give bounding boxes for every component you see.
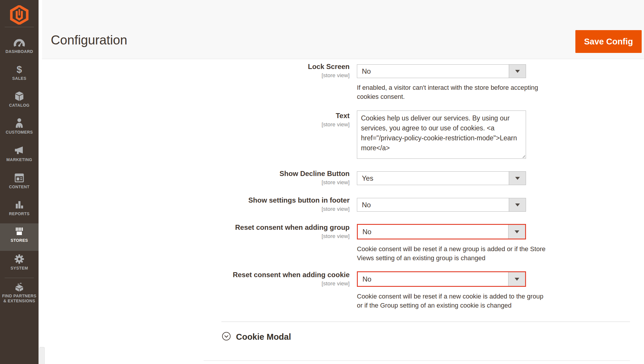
- field-lock-screen: No: [357, 64, 526, 78]
- lock-screen-select[interactable]: No: [357, 64, 526, 78]
- marketing-megaphone-icon: [0, 145, 39, 156]
- sales-dollar-icon: $: [0, 64, 39, 75]
- sidebar-item-reports[interactable]: REPORTS: [0, 199, 39, 216]
- field-text: Cookies help us deliver our services. By…: [357, 111, 526, 159]
- field-scope-label: [store view]: [175, 121, 350, 128]
- show-decline-select[interactable]: Yes: [357, 171, 526, 185]
- field-scope-label: [store view]: [175, 206, 350, 212]
- magento-logo-icon: [10, 20, 29, 25]
- field-scope-label: [store view]: [175, 233, 350, 239]
- field-label-text: Reset consent when adding group: [175, 223, 350, 232]
- select-arrow: [508, 225, 525, 239]
- field-label-text: Text: [175, 112, 350, 120]
- sidebar-item-label: FIND PARTNERS & EXTENSIONS: [0, 294, 39, 303]
- sidebar-item-customers[interactable]: CUSTOMERS: [0, 118, 39, 135]
- reset-cookie-select[interactable]: No: [357, 271, 526, 287]
- content-window-icon: [0, 172, 39, 183]
- field-label-settings-footer: Show settings button in footer [store vi…: [175, 196, 350, 212]
- sidebar-item-find-partners[interactable]: FIND PARTNERS & EXTENSIONS: [0, 281, 39, 303]
- sidebar-item-label: SYSTEM: [0, 266, 39, 271]
- cookie-modal-section-title: Cookie Modal: [236, 332, 291, 342]
- reports-bar-chart-icon: [0, 199, 39, 210]
- sidebar-item-marketing[interactable]: MARKETING: [0, 145, 39, 162]
- field-reset-cookie: No: [357, 271, 526, 287]
- field-label-text: Reset consent when adding cookie: [175, 271, 350, 279]
- customers-person-icon: [0, 118, 39, 129]
- field-label-text: Text [store view]: [175, 112, 350, 128]
- reset-group-note: Cookie consent will be reset if a new gr…: [357, 244, 550, 263]
- sidebar-item-dashboard[interactable]: DASHBOARD: [0, 37, 39, 54]
- catalog-box-icon: [0, 91, 39, 102]
- sidebar-item-label: CATALOG: [0, 103, 39, 108]
- stores-storefront-icon: [0, 226, 39, 237]
- select-arrow: [509, 172, 526, 185]
- select-value: No: [362, 225, 372, 239]
- caret-down-icon: [515, 203, 520, 206]
- section-divider: [221, 322, 630, 322]
- sidebar-item-catalog[interactable]: CATALOG: [0, 91, 39, 108]
- sidebar-item-content[interactable]: CONTENT: [0, 172, 39, 189]
- sidebar-divider-bottom: [5, 278, 34, 278]
- caret-down-icon: [515, 278, 519, 281]
- find-partners-lego-icon: [0, 281, 39, 292]
- select-value: No: [362, 65, 371, 78]
- left-scrollbar-thumb[interactable]: [39, 347, 45, 364]
- select-arrow: [509, 198, 526, 211]
- page-header: Configuration Save Config: [42, 0, 644, 59]
- save-config-button[interactable]: Save Config: [575, 30, 642, 53]
- select-value: No: [362, 272, 372, 286]
- system-gear-icon: [0, 253, 39, 265]
- reset-cookie-note: Cookie consent will be reset if a new co…: [357, 292, 550, 310]
- sidebar-item-label: STORES: [0, 238, 39, 243]
- chevron-down-circle-icon: [222, 332, 231, 342]
- lock-screen-note: If enabled, a visitor can't interact wit…: [357, 83, 550, 101]
- field-label-text: Lock Screen: [175, 63, 350, 71]
- field-label-reset-group: Reset consent when adding group [store v…: [175, 223, 350, 239]
- dashboard-gauge-icon: [0, 37, 39, 48]
- page-title: Configuration: [51, 33, 127, 47]
- caret-down-icon: [515, 230, 519, 233]
- settings-footer-select[interactable]: No: [357, 198, 526, 212]
- field-label-lock-screen: Lock Screen [store view]: [175, 63, 350, 79]
- sidebar-item-label: DASHBOARD: [0, 49, 39, 54]
- field-scope-label: [store view]: [175, 72, 350, 79]
- sidebar-item-label: MARKETING: [0, 157, 39, 162]
- sidebar-item-label: SALES: [0, 76, 39, 81]
- field-reset-group: No: [357, 224, 526, 239]
- sidebar-item-sales[interactable]: $ SALES: [0, 64, 39, 81]
- sidebar-item-label: CUSTOMERS: [0, 130, 39, 135]
- sidebar-item-label: CONTENT: [0, 184, 39, 189]
- field-scope-label: [store view]: [175, 179, 350, 186]
- sidebar-item-label: REPORTS: [0, 211, 39, 216]
- select-arrow: [509, 65, 526, 78]
- reset-group-select[interactable]: No: [357, 224, 526, 239]
- magento-logo[interactable]: [0, 5, 39, 26]
- caret-down-icon: [515, 70, 520, 73]
- select-value: Yes: [362, 172, 373, 185]
- sidebar-item-stores[interactable]: STORES: [0, 226, 39, 243]
- admin-sidebar: DASHBOARD $ SALES CATALOG CUSTOMERS: [0, 0, 39, 364]
- field-settings-footer: No: [357, 198, 526, 212]
- sidebar-content-gutter: [39, 0, 42, 364]
- sidebar-item-system[interactable]: SYSTEM: [0, 253, 39, 271]
- caret-down-icon: [515, 177, 520, 180]
- next-section-divider: [204, 360, 630, 361]
- field-label-reset-cookie: Reset consent when adding cookie [store …: [175, 271, 350, 287]
- select-value: No: [362, 198, 371, 211]
- cookie-modal-section-toggle[interactable]: Cookie Modal: [222, 332, 291, 342]
- field-show-decline: Yes: [357, 171, 526, 185]
- cookie-text-textarea[interactable]: Cookies help us deliver our services. By…: [357, 111, 526, 159]
- sidebar-divider-top: [5, 27, 34, 27]
- field-label-text: Show settings button in footer: [175, 196, 350, 204]
- field-label-show-decline: Show Decline Button [store view]: [175, 170, 350, 186]
- field-scope-label: [store view]: [175, 280, 350, 287]
- field-label-text: Show Decline Button: [175, 170, 350, 178]
- select-arrow: [508, 272, 525, 286]
